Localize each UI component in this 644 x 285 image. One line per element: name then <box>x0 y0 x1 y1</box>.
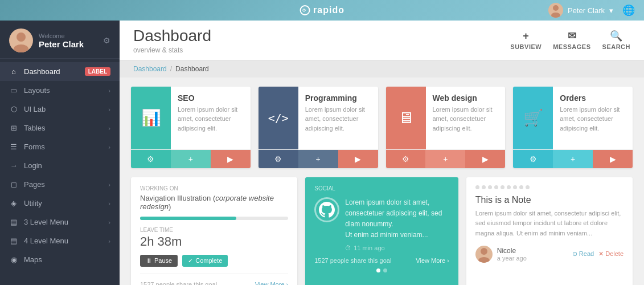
pages-icon: ◻ <box>9 180 18 189</box>
sidebar-item-forms[interactable]: ☰ Forms › <box>0 137 120 156</box>
breadcrumb-current: Dashboard <box>175 65 209 73</box>
ndot-7[interactable] <box>513 185 517 189</box>
orders-settings-btn[interactable]: ⚙ <box>513 150 553 168</box>
note-dots-top <box>475 185 624 189</box>
webdesign-icon-panel: 🖥 <box>386 87 426 149</box>
delete-button[interactable]: ✕ Delete <box>598 250 624 258</box>
webdesign-body: Web design Lorem ipsum dolor sit amet, c… <box>426 87 506 149</box>
webdesign-title: Web design <box>433 93 499 103</box>
web-add-btn[interactable]: + <box>425 150 465 168</box>
github-icon <box>314 197 339 222</box>
brand-icon: ⟳ <box>300 5 310 15</box>
seo-add-btn[interactable]: + <box>171 150 211 168</box>
web-arrow-btn[interactable]: ▶ <box>465 150 505 168</box>
messages-button[interactable]: ✉ MESSAGES <box>553 30 590 50</box>
globe-icon[interactable]: 🌐 <box>622 4 635 17</box>
seo-text: Lorem ipsum dolor sit amet, consectetuer… <box>178 105 244 133</box>
cart-icon: 🛒 <box>523 108 543 127</box>
gear-icon[interactable]: ⚙ <box>103 36 110 45</box>
leave-time: 2h 38m <box>140 234 288 249</box>
sidebar-item-pages[interactable]: ◻ Pages › <box>0 175 120 194</box>
sidebar-item-utility[interactable]: ◈ Utility › <box>0 194 120 213</box>
breadcrumb-parent[interactable]: Dashboard <box>133 65 167 73</box>
card-programming: </> Programming Lorem ipsum dolor sit am… <box>259 87 378 168</box>
webdesign-footer: ⚙ + ▶ <box>386 149 506 168</box>
ndot-2[interactable] <box>482 185 486 189</box>
monitor-icon: 🖥 <box>398 108 414 127</box>
bar-chart-icon: 📊 <box>141 108 161 127</box>
note-card: This is a Note Lorem ipsum dolor sit ame… <box>466 177 633 285</box>
sidebar-user: Welcome Peter Clark ⚙ <box>0 21 120 59</box>
layout: Welcome Peter Clark ⚙ ⌂ Dashboard LABEL … <box>0 21 644 285</box>
pause-icon: ⏸ <box>146 257 152 264</box>
topbar-user[interactable]: Peter Clark ▾ <box>548 3 613 18</box>
web-settings-btn[interactable]: ⚙ <box>386 150 426 168</box>
sidebar-item-login[interactable]: → Login <box>0 156 120 175</box>
ndot-3[interactable] <box>488 185 492 189</box>
ndot-1[interactable] <box>475 185 479 189</box>
topbar-dropdown-icon[interactable]: ▾ <box>609 6 613 15</box>
nav-label-maps: Maps <box>24 255 42 264</box>
sdot-2[interactable] <box>383 268 387 272</box>
sidebar-item-uilab[interactable]: ⬡ UI Lab › <box>0 100 120 119</box>
prog-add-btn[interactable]: + <box>298 150 338 168</box>
topbar-right: Peter Clark ▾ 🌐 <box>548 3 635 18</box>
main-header: Dashboard overview & stats + SUBVIEW ✉ M… <box>120 21 644 60</box>
chevron-right-icon-5: › <box>108 181 110 188</box>
view-more-link[interactable]: View More › <box>255 281 288 285</box>
search-button[interactable]: 🔍 SEARCH <box>602 30 630 50</box>
prog-arrow-btn[interactable]: ▶ <box>338 150 378 168</box>
programming-icon-panel: </> <box>259 87 298 149</box>
seo-settings-btn[interactable]: ⚙ <box>131 150 171 168</box>
prog-settings-btn[interactable]: ⚙ <box>259 150 298 168</box>
sidebar-item-tables[interactable]: ⊞ Tables › <box>0 119 120 137</box>
note-time: a year ago <box>497 255 527 262</box>
share-row: 1527 people share this goal View More › <box>140 279 288 285</box>
sidebar-item-dashboard[interactable]: ⌂ Dashboard LABEL <box>0 62 120 81</box>
sidebar-item-4level[interactable]: ▤ 4 Level Menu › <box>0 231 120 250</box>
sdot-1[interactable] <box>376 268 380 272</box>
ndot-5[interactable] <box>501 185 504 189</box>
note-user-group: Nicole a year ago <box>475 246 527 263</box>
social-label: SOCIAL <box>314 185 449 192</box>
ndot-8[interactable] <box>519 185 523 189</box>
seo-icon-panel: 📊 <box>131 87 171 149</box>
plus-icon: + <box>523 30 529 42</box>
bottom-row: Working on Navigation Illustration (corp… <box>131 177 633 285</box>
uilab-icon: ⬡ <box>9 105 18 113</box>
topbar-avatar <box>548 3 563 18</box>
social-view-more[interactable]: View More › <box>416 257 449 264</box>
complete-button[interactable]: ✓ Complete <box>182 255 228 267</box>
messages-icon: ✉ <box>568 30 577 42</box>
read-button[interactable]: ⊙ Read <box>572 250 594 258</box>
sidebar-user-info: Welcome Peter Clark <box>39 32 97 49</box>
sidebar-item-maps[interactable]: ◉ Maps <box>0 250 120 269</box>
seo-arrow-btn[interactable]: ▶ <box>211 150 251 168</box>
pause-button[interactable]: ⏸ Pause <box>140 255 178 267</box>
chevron-right-icon-7: › <box>108 219 110 226</box>
orders-add-btn[interactable]: + <box>553 150 593 168</box>
breadcrumb-separator: / <box>170 65 172 73</box>
content-area: 📊 SEO Lorem ipsum dolor sit amet, consec… <box>120 78 644 285</box>
working-title: Navigation Illustration (corporate websi… <box>140 194 288 211</box>
social-subtext: Ut enim ad minim veniam... <box>345 230 449 241</box>
ndot-6[interactable] <box>507 185 511 189</box>
svg-point-3 <box>14 44 28 52</box>
sidebar-item-3level[interactable]: ▤ 3 Level Menu › <box>0 213 120 231</box>
svg-point-1 <box>551 13 560 18</box>
sidebar-item-layouts[interactable]: ▭ Layouts › <box>0 81 120 100</box>
nav-label-4level: 4 Level Menu <box>24 237 68 245</box>
times-icon: ✕ <box>598 250 605 257</box>
ndot-9[interactable] <box>526 185 530 189</box>
dashboard-badge: LABEL <box>85 67 110 76</box>
subview-button[interactable]: + SUBVIEW <box>510 30 542 50</box>
note-user-row: Nicole a year ago ⊙ Read ✕ Delet <box>475 246 624 263</box>
ndot-4[interactable] <box>494 185 498 189</box>
social-share-count: 1527 people share this goal <box>314 257 391 264</box>
page-subtitle: overview & stats <box>133 46 211 54</box>
main-content: Dashboard overview & stats + SUBVIEW ✉ M… <box>120 21 644 285</box>
note-text: Lorem ipsum dolor sit amet, consectetur … <box>475 209 624 239</box>
orders-arrow-btn[interactable]: ▶ <box>593 150 633 168</box>
4level-icon: ▤ <box>9 237 18 245</box>
card-orders-top: 🛒 Orders Lorem ipsum dolor sit amet, con… <box>513 87 633 149</box>
